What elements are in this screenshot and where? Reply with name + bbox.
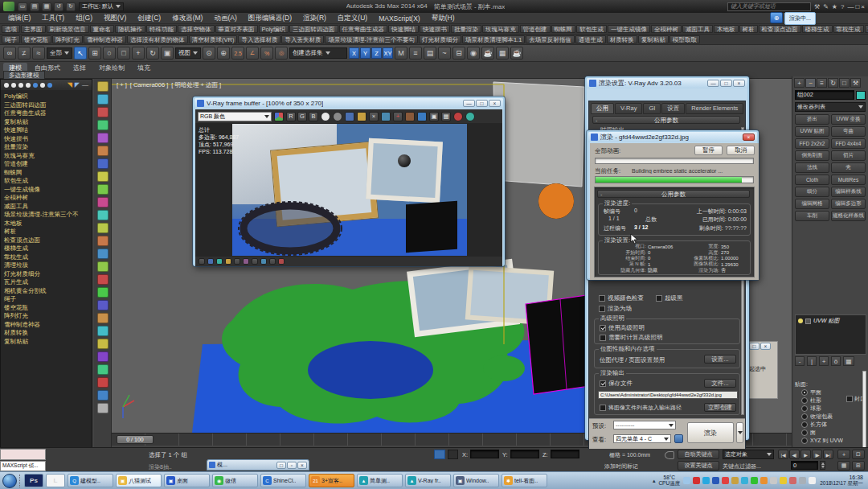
toolbar-icon[interactable]: ☕ [510, 47, 523, 60]
isolate-selection-icon[interactable] [434, 450, 445, 459]
tray-icon[interactable] [722, 477, 729, 484]
fb-mini-icon[interactable] [207, 258, 214, 265]
start-button[interactable] [2, 474, 17, 488]
close-icon[interactable]: × [760, 343, 771, 350]
strip-icon[interactable] [97, 158, 108, 169]
mapping-radio[interactable] [801, 421, 808, 428]
script-panel-item[interactable]: 复制粘贴 [1, 118, 92, 127]
modifier-button[interactable]: 弯曲 [831, 126, 866, 137]
mapping-radio[interactable] [801, 405, 808, 412]
pinned-app-button[interactable]: L [46, 474, 65, 487]
view-lock-icon[interactable] [674, 434, 683, 443]
preset-dropdown[interactable]: ---------- [613, 421, 676, 429]
tray-icon[interactable] [770, 477, 777, 484]
tray-icon[interactable] [789, 477, 796, 484]
strip-icon[interactable] [97, 377, 108, 388]
infocenter-icon[interactable]: ? [841, 3, 844, 10]
infocenter-icon[interactable]: ⚒ [814, 3, 820, 10]
maxscript-mini-listener[interactable]: MAXScript 侦... [0, 461, 46, 471]
script-panel-item[interactable]: 相机黄金分割线 [1, 287, 92, 296]
script-panel-item[interactable]: 清理垃圾 [1, 261, 92, 270]
minimize-icon[interactable]: — [707, 80, 719, 87]
toolbar-icon[interactable]: + [132, 47, 145, 60]
script-panel-item[interactable]: 楼梯生成 [1, 244, 92, 253]
render-fields-checkbox[interactable] [599, 306, 605, 312]
toolbar-icon[interactable]: ∞ [3, 47, 16, 60]
pan-viewport-icon[interactable]: + [837, 450, 850, 459]
save-file-checkbox[interactable] [600, 380, 606, 387]
script-panel-item[interactable]: 快速脚结 [1, 126, 92, 135]
panel-fold-icon[interactable]: ◥ [68, 81, 72, 88]
selection-filter-dropdown[interactable]: 全部 [47, 47, 72, 59]
script-panel-item[interactable]: 蜘蛛网 [1, 169, 92, 178]
modifier-button[interactable]: 切片 [831, 150, 866, 161]
show-end-result-icon[interactable]: | [807, 356, 817, 366]
script-button[interactable]: 通道生成 [575, 35, 606, 43]
stamp-icon[interactable]: ▣ [429, 112, 439, 121]
viewport-shading-label[interactable]: [ 明暗处理 + 边面 ] [171, 81, 221, 89]
common-params-rollout[interactable]: - 公用参数 [597, 190, 750, 198]
script-button[interactable]: 绳子 [2, 35, 20, 43]
channel-toggle-icon[interactable]: R [286, 112, 296, 121]
minimize-icon[interactable]: — [463, 100, 475, 107]
toolbar-icon[interactable]: ≡ [409, 47, 422, 60]
modifier-button[interactable]: 壳 [831, 162, 866, 173]
fb-mini-icon[interactable] [252, 258, 258, 265]
script-panel-item[interactable]: 灯光材质细分 [1, 270, 92, 279]
close-icon[interactable]: × [743, 134, 755, 141]
gray-level-icon[interactable] [333, 112, 342, 121]
tray-icon[interactable] [683, 477, 690, 484]
script-button[interactable]: 导入丢失材质 [281, 35, 324, 43]
lightbulb-icon[interactable] [798, 318, 803, 323]
clear-image-icon[interactable]: × [369, 112, 379, 121]
pause-button[interactable]: 暂停 [694, 146, 723, 155]
strip-icon[interactable] [97, 133, 108, 143]
script-button[interactable]: 导入选择材质 [238, 35, 280, 43]
ribbon-tab[interactable]: 选择 [68, 63, 92, 73]
script-button[interactable]: 选项 [2, 25, 20, 33]
panel-tab-icon[interactable]: ≡ [817, 78, 827, 88]
render-split-arrow[interactable] [736, 422, 743, 443]
strip-icon[interactable] [97, 274, 108, 285]
save-file-icon[interactable]: ▦ [42, 2, 51, 11]
tray-icon[interactable] [799, 477, 806, 484]
render-button[interactable]: 渲染 [687, 422, 734, 443]
script-panel-item[interactable]: 批量渲染 [1, 143, 92, 152]
fb-mini-icon[interactable] [225, 258, 231, 265]
fb-mini-icon[interactable] [260, 258, 267, 265]
maxscript-mini-listener-pink[interactable] [0, 449, 46, 460]
redo-icon[interactable]: ↻ [66, 2, 76, 11]
snap-icon[interactable]: ∠ [246, 47, 259, 60]
modifier-button[interactable]: 细分 [795, 187, 829, 197]
script-button[interactable]: 一键生成镜像 [608, 25, 650, 33]
z-coordinate-field[interactable] [551, 450, 579, 458]
video-color-checkbox[interactable] [599, 295, 605, 302]
script-panel-item[interactable]: 全模种树 [1, 194, 92, 203]
close-icon[interactable]: × [733, 80, 745, 87]
tray-icon[interactable] [731, 477, 739, 484]
panel-minimize-icon[interactable]: — [82, 81, 88, 88]
menu-item[interactable]: MAXScript(X) [379, 14, 420, 23]
current-frame-field[interactable]: 0 [791, 461, 818, 470]
script-button[interactable]: 软包生成 [576, 25, 607, 33]
cpu-temperature[interactable]: 58°C CPU温度 [658, 475, 680, 487]
strip-icon[interactable] [97, 171, 108, 182]
playback-button[interactable]: ▶ [800, 450, 811, 459]
configure-sets-icon[interactable]: ▦ [843, 356, 854, 366]
dialog-tab[interactable]: GI [643, 103, 661, 114]
coord-system-dropdown[interactable]: 视图 [175, 47, 201, 59]
playback-button[interactable]: ◀| [789, 450, 800, 459]
green-patch[interactable] [483, 355, 525, 381]
modifier-button[interactable]: 倒角剖面 [795, 150, 829, 161]
script-button[interactable]: 清空材质球(VR) [189, 35, 238, 43]
toolbar-icon[interactable]: ≈ [32, 47, 45, 60]
render-setup-titlebar[interactable]: 渲染设置: V-Ray Adv 3.20.03 — □ × [587, 78, 747, 88]
toolbar-icon[interactable]: ↻ [146, 47, 159, 60]
menu-item[interactable]: 修改器(M) [172, 14, 203, 23]
new-file-icon[interactable]: ▭ [18, 2, 27, 11]
fb-mini-icon[interactable] [199, 258, 205, 265]
3dsmax-logo-icon[interactable] [3, 2, 14, 11]
zoom-region-icon[interactable]: ▦ [837, 461, 850, 471]
script-panel-item[interactable]: 检查顶点边面 [1, 236, 92, 245]
pond-ellipse[interactable] [308, 341, 433, 399]
